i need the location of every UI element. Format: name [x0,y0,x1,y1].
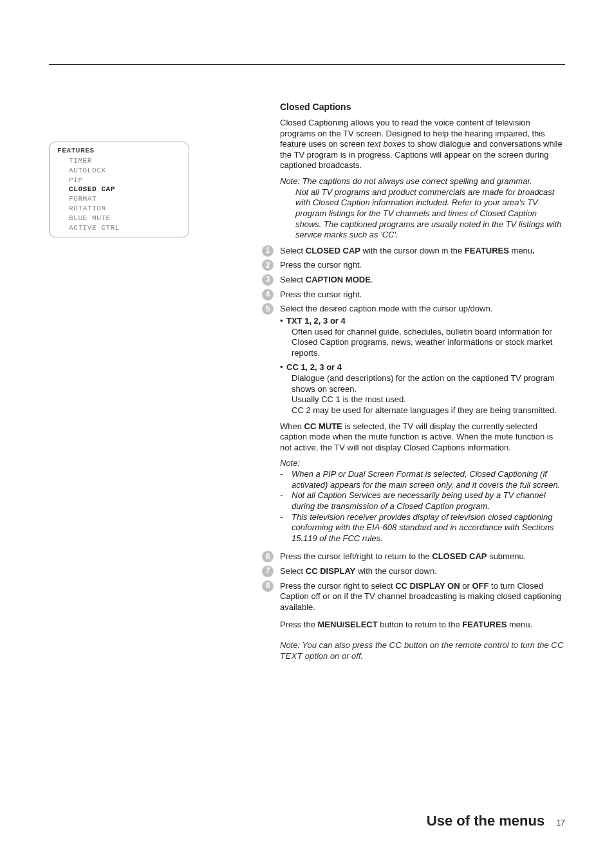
step: 6 Press the cursor left/right to return … [280,551,564,562]
footnote: Note: You can also press the CC button o… [280,640,564,661]
step-number-icon: 7 [262,566,274,577]
steps-list-2: 6 Press the cursor left/right to return … [280,551,564,661]
horizontal-rule [49,64,565,65]
step: 8 Press the cursor right to select CC DI… [280,581,564,613]
osd-menu-item: AUTOLOCK [57,166,181,176]
content-column: Closed Captions Closed Captioning allows… [280,102,564,667]
page-footer: Use of the menus 17 [427,813,565,829]
step: 1 Select CLOSED CAP with the cursor down… [280,246,564,257]
osd-menu-item: BLUE MUTE [57,214,181,223]
osd-menu-item-selected: CLOSED CAP [57,185,181,194]
step-number-icon: 3 [262,274,274,286]
footer-title: Use of the menus [427,813,544,829]
osd-menu-item: FORMAT [57,194,181,204]
osd-menu-box: FEATURES TIMER AUTOLOCK PIP CLOSED CAP F… [49,142,189,237]
step-number-icon: 6 [262,551,274,562]
osd-menu-title: FEATURES [57,146,181,156]
step-number-icon: 8 [262,580,274,592]
step: 4 Press the cursor right. [280,290,564,300]
bullet-list: TXT 1, 2, 3 or 4 Often used for channel … [280,316,564,416]
page-number: 17 [557,818,565,827]
note-item: When a PIP or Dual Screen Format is sele… [280,469,564,490]
section-heading: Closed Captions [280,102,564,113]
step: 3 Select CAPTION MODE. [280,275,564,286]
step-number-icon: 1 [262,245,274,257]
bullet-body: Dialogue (and descriptions) for the acti… [280,373,564,416]
bullet-body: Often used for channel guide, schedules,… [280,327,564,359]
osd-menu-item: ROTATION [57,204,181,214]
note-block: Note: The captions do not always use cor… [280,176,564,241]
note-list: Note: When a PIP or Dual Screen Format i… [280,458,564,544]
bullet-heading: CC 1, 2, 3 or 4 [280,362,564,373]
note-item: Not all Caption Services are necessarily… [280,490,564,512]
step: 7 Select CC DISPLAY with the cursor down… [280,566,564,577]
final-instruction: Press the MENU/SELECT button to return t… [280,620,564,631]
osd-menu-item: TIMER [57,156,181,166]
steps-list: 1 Select CLOSED CAP with the cursor down… [280,246,564,416]
osd-menu-item: ACTIVE CTRL [57,223,181,233]
note-head: Note: [280,458,564,469]
note-item: This television receiver provides displa… [280,512,564,544]
step-number-icon: 4 [262,289,274,300]
osd-menu-item: PIP [57,176,181,185]
step: 2 Press the cursor right. [280,260,564,271]
cc-mute-paragraph: When CC MUTE is selected, the TV will di… [280,421,564,454]
bullet-heading: TXT 1, 2, 3 or 4 [280,316,564,327]
step-number-icon: 2 [262,259,274,271]
intro-paragraph: Closed Captioning allows you to read the… [280,118,564,171]
step: 5 Select the desired caption mode with t… [280,304,564,416]
step-number-icon: 5 [262,303,274,315]
note-line: Note: The captions do not always use cor… [280,176,564,187]
note-line: Not all TV programs and product commerci… [280,187,564,241]
